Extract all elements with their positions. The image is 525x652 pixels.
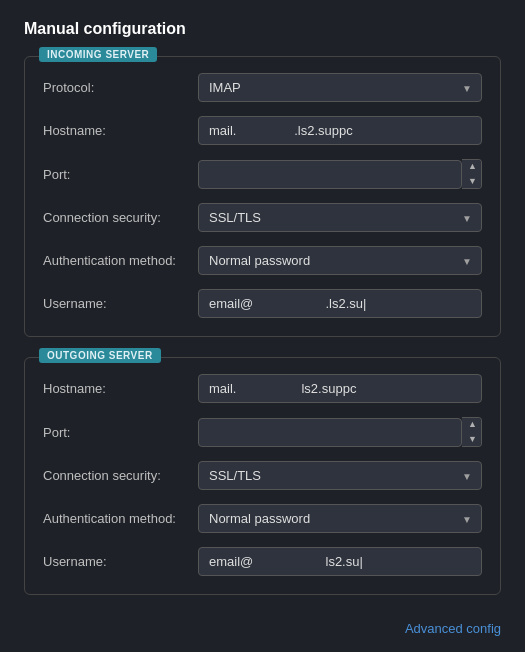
protocol-select[interactable]: IMAP POP3 [198,73,482,102]
incoming-port-control: 993 ▲ ▼ [198,159,482,189]
incoming-auth-row: Authentication method: Normal password E… [43,246,482,275]
page-title: Manual configuration [24,20,501,38]
outgoing-port-stepper: ▲ ▼ [462,417,482,447]
outgoing-hostname-label: Hostname: [43,381,198,396]
outgoing-port-row: Port: 465 ▲ ▼ [43,417,482,447]
outgoing-connection-control: SSL/TLS STARTTLS None ▼ [198,461,482,490]
outgoing-port-control: 465 ▲ ▼ [198,417,482,447]
incoming-hostname-label: Hostname: [43,123,198,138]
outgoing-auth-select-wrapper: Normal password Encrypted password OAuth… [198,504,482,533]
outgoing-port-wrapper: 465 ▲ ▼ [198,417,482,447]
outgoing-auth-row: Authentication method: Normal password E… [43,504,482,533]
outgoing-connection-select[interactable]: SSL/TLS STARTTLS None [198,461,482,490]
page-container: Manual configuration INCOMING SERVER Pro… [0,0,525,652]
incoming-port-stepper: ▲ ▼ [462,159,482,189]
incoming-hostname-control [198,116,482,145]
incoming-username-input[interactable] [198,289,482,318]
outgoing-server-section: OUTGOING SERVER Hostname: Port: 465 ▲ ▼ [24,357,501,595]
outgoing-port-increment-button[interactable]: ▲ [462,418,482,432]
outgoing-connection-row: Connection security: SSL/TLS STARTTLS No… [43,461,482,490]
incoming-auth-control: Normal password Encrypted password OAuth… [198,246,482,275]
incoming-auth-select[interactable]: Normal password Encrypted password OAuth… [198,246,482,275]
incoming-server-section: INCOMING SERVER Protocol: IMAP POP3 ▼ Ho… [24,56,501,337]
incoming-connection-label: Connection security: [43,210,198,225]
protocol-control: IMAP POP3 ▼ [198,73,482,102]
protocol-select-wrapper: IMAP POP3 ▼ [198,73,482,102]
advanced-config-link[interactable]: Advanced config [405,621,501,636]
incoming-username-row: Username: [43,289,482,318]
incoming-port-label: Port: [43,167,198,182]
outgoing-port-input[interactable]: 465 [198,418,462,447]
outgoing-username-input[interactable] [198,547,482,576]
outgoing-auth-select[interactable]: Normal password Encrypted password OAuth… [198,504,482,533]
incoming-port-input[interactable]: 993 [198,160,462,189]
incoming-port-wrapper: 993 ▲ ▼ [198,159,482,189]
incoming-auth-select-wrapper: Normal password Encrypted password OAuth… [198,246,482,275]
outgoing-auth-control: Normal password Encrypted password OAuth… [198,504,482,533]
protocol-label: Protocol: [43,80,198,95]
incoming-connection-select-wrapper: SSL/TLS STARTTLS None ▼ [198,203,482,232]
incoming-port-row: Port: 993 ▲ ▼ [43,159,482,189]
incoming-connection-row: Connection security: SSL/TLS STARTTLS No… [43,203,482,232]
outgoing-connection-label: Connection security: [43,468,198,483]
outgoing-username-label: Username: [43,554,198,569]
outgoing-port-decrement-button[interactable]: ▼ [462,432,482,446]
incoming-port-decrement-button[interactable]: ▼ [462,174,482,188]
protocol-row: Protocol: IMAP POP3 ▼ [43,73,482,102]
outgoing-connection-select-wrapper: SSL/TLS STARTTLS None ▼ [198,461,482,490]
outgoing-hostname-control [198,374,482,403]
incoming-connection-select[interactable]: SSL/TLS STARTTLS None [198,203,482,232]
incoming-hostname-input[interactable] [198,116,482,145]
incoming-port-increment-button[interactable]: ▲ [462,160,482,174]
incoming-username-control [198,289,482,318]
outgoing-server-label: OUTGOING SERVER [39,348,161,363]
outgoing-hostname-row: Hostname: [43,374,482,403]
outgoing-hostname-input[interactable] [198,374,482,403]
outgoing-username-control [198,547,482,576]
incoming-auth-label: Authentication method: [43,253,198,268]
incoming-server-label: INCOMING SERVER [39,47,157,62]
outgoing-username-row: Username: [43,547,482,576]
outgoing-port-label: Port: [43,425,198,440]
incoming-hostname-row: Hostname: [43,116,482,145]
incoming-connection-control: SSL/TLS STARTTLS None ▼ [198,203,482,232]
incoming-username-label: Username: [43,296,198,311]
outgoing-auth-label: Authentication method: [43,511,198,526]
